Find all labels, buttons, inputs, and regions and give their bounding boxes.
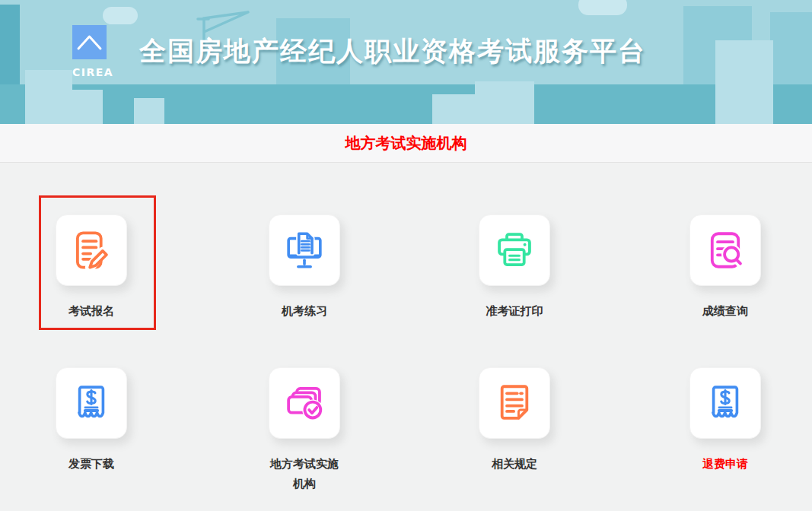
card-label: 准考证打印 [478,301,551,321]
invoice-download-tile[interactable] [56,367,127,439]
site-logo[interactable]: CIREA [72,25,107,78]
refund-application-tile[interactable] [689,367,761,439]
card-refund-application[interactable]: 退费申请 [649,367,801,474]
card-label: 退费申请 [689,454,762,474]
section-title: 地方考试实施机构 [345,133,467,154]
card-label: 相关规定 [478,454,551,474]
service-grid: 考试报名 [0,163,812,511]
printer-icon [492,228,537,272]
local-exam-agencies-tile[interactable] [269,367,340,439]
document-pencil-icon [69,228,113,272]
card-label: 地方考试实施机构 [268,454,341,494]
card-label: 机考练习 [268,301,341,321]
page: CIREA 全国房地产经纪人职业资格考试服务平台 地方考试实施机构 [0,0,812,511]
logo-text: CIREA [72,66,107,78]
section-bar: 地方考试实施机构 [0,124,812,163]
receipt-dollar-icon [69,381,113,425]
roof-chevron-icon [72,25,107,59]
exam-registration-tile[interactable] [56,214,127,286]
card-exam-registration[interactable]: 考试报名 [15,214,167,321]
site-title: 全国房地产经纪人职业资格考试服务平台 [139,33,646,69]
card-regulations[interactable]: 相关规定 [438,367,591,474]
card-score-inquiry[interactable]: 成绩查询 [649,214,801,321]
card-local-exam-agencies[interactable]: 地方考试实施机构 [228,367,381,494]
card-label: 考试报名 [55,301,128,321]
stacked-cards-check-icon [282,381,326,425]
regulations-tile[interactable] [479,367,550,439]
document-lines-icon [492,381,537,425]
card-admission-ticket-print[interactable]: 准考证打印 [438,214,591,321]
card-label: 成绩查询 [689,301,762,321]
card-invoice-download[interactable]: 发票下载 [15,367,167,474]
score-inquiry-tile[interactable] [689,214,761,286]
admission-ticket-print-tile[interactable] [479,214,550,286]
card-computer-practice[interactable]: 机考练习 [228,214,381,321]
receipt-dollar-icon [703,381,747,425]
document-magnifier-icon [703,228,747,272]
header-banner: CIREA 全国房地产经纪人职业资格考试服务平台 [0,0,812,124]
card-label: 发票下载 [55,454,128,474]
monitor-document-icon [282,228,326,272]
computer-practice-tile[interactable] [269,214,340,286]
